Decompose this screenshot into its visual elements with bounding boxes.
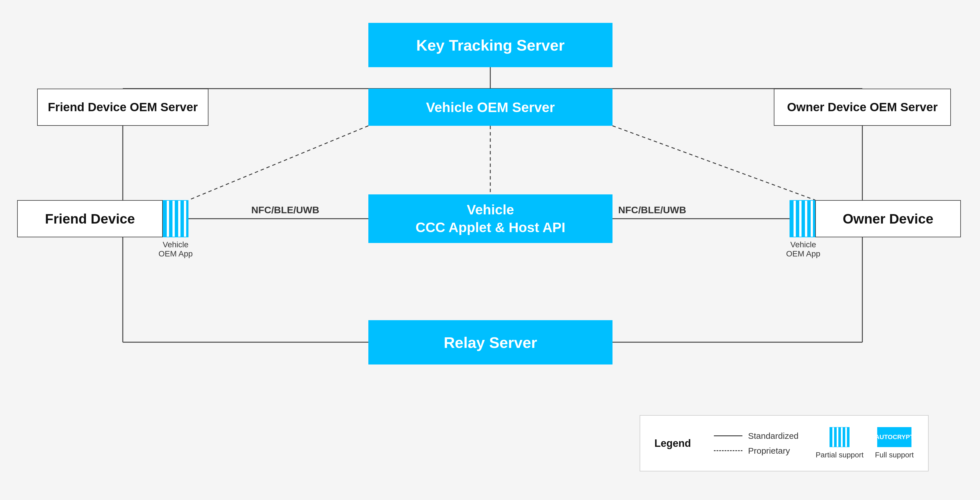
vehicle-oem-server-box: Vehicle OEM Server	[368, 89, 612, 126]
owner-device-box: Owner Device	[815, 200, 961, 237]
friend-partial-pattern	[163, 200, 188, 237]
legend-standardized-label: Standardized	[748, 431, 799, 441]
legend-partial-label: Partial support	[816, 450, 864, 459]
legend-icons: Partial support AUTOCRYPT Full support	[816, 427, 914, 459]
svg-line-10	[188, 126, 368, 200]
svg-line-11	[612, 126, 815, 200]
relay-server-box: Relay Server	[368, 320, 612, 364]
legend-proprietary-label: Proprietary	[748, 446, 790, 456]
nfc-left-text: NFC/BLE/UWB	[251, 204, 319, 215]
friend-device-oem-server-box: Friend Device OEM Server	[37, 89, 208, 126]
legend-full-group: AUTOCRYPT Full support	[875, 427, 914, 459]
relay-server-label: Relay Server	[444, 334, 537, 351]
owner-app-text: Vehicle OEM App	[786, 240, 820, 258]
vehicle-ccc-box: Vehicle CCC Applet & Host API	[368, 194, 612, 243]
legend-proprietary-row: Proprietary	[714, 446, 790, 456]
legend-partial-group: Partial support	[816, 427, 864, 459]
legend-title: Legend	[654, 438, 691, 449]
owner-device-oem-server-box: Owner Device OEM Server	[774, 89, 951, 126]
vehicle-ccc-label: Vehicle CCC Applet & Host API	[415, 201, 565, 237]
nfc-ble-uwb-left-label: NFC/BLE/UWB	[251, 204, 319, 216]
nfc-ble-uwb-right-label: NFC/BLE/UWB	[618, 204, 686, 216]
friend-device-oem-server-label: Friend Device OEM Server	[48, 101, 197, 114]
owner-device-partial-support	[789, 200, 815, 237]
friend-device-label: Friend Device	[45, 211, 135, 227]
legend-partial-icon	[829, 427, 850, 447]
vehicle-oem-server-label: Vehicle OEM Server	[426, 99, 555, 115]
nfc-right-text: NFC/BLE/UWB	[618, 204, 686, 215]
key-tracking-server-box: Key Tracking Server	[368, 23, 612, 67]
owner-device-label: Owner Device	[843, 211, 933, 227]
legend-lines: Standardized Proprietary	[714, 431, 799, 456]
legend-dashed-line	[714, 450, 743, 451]
friend-device-partial-support	[163, 200, 188, 237]
legend-autocrypt-text: AUTOCRYPT	[875, 433, 914, 441]
owner-vehicle-oem-app-label: Vehicle OEM App	[785, 240, 822, 259]
legend-full-icon: AUTOCRYPT	[877, 427, 912, 447]
legend-box: Legend Standardized Proprietary Partial …	[640, 415, 929, 471]
legend-full-label: Full support	[875, 450, 914, 459]
key-tracking-server-label: Key Tracking Server	[416, 36, 565, 54]
friend-app-text: Vehicle OEM App	[159, 240, 193, 258]
friend-vehicle-oem-app-label: Vehicle OEM App	[159, 240, 193, 259]
owner-partial-pattern	[789, 200, 815, 237]
friend-device-box: Friend Device	[17, 200, 163, 237]
legend-solid-line	[714, 435, 743, 436]
owner-device-oem-server-label: Owner Device OEM Server	[787, 101, 938, 114]
legend-standardized-row: Standardized	[714, 431, 799, 441]
diagram-container: Key Tracking Server Vehicle OEM Server F…	[0, 0, 980, 500]
